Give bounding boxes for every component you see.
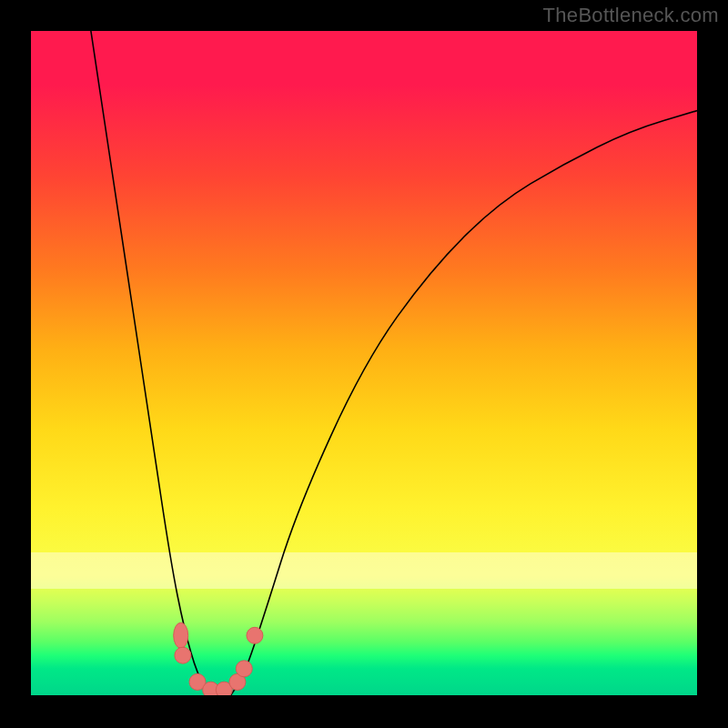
data-marker xyxy=(175,647,191,663)
chart-frame: TheBottleneck.com xyxy=(0,0,728,728)
left-curve xyxy=(91,31,211,695)
right-curve xyxy=(231,111,697,695)
curves-svg xyxy=(31,31,697,695)
data-marker xyxy=(174,622,188,648)
data-marker xyxy=(236,661,252,677)
watermark-text: TheBottleneck.com xyxy=(543,4,719,27)
plot-area xyxy=(31,31,697,695)
data-marker xyxy=(247,627,263,643)
